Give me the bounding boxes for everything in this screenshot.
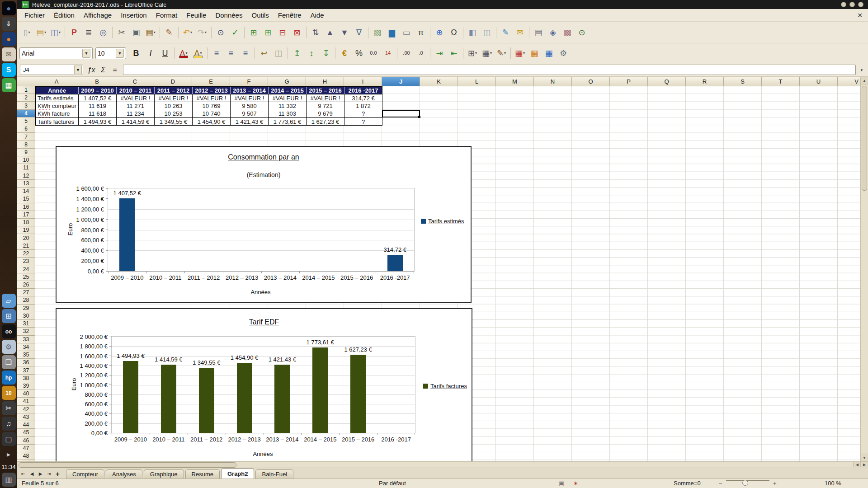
- scroll-down-icon[interactable]: ▼: [861, 454, 868, 461]
- name-box[interactable]: J4 ▼: [20, 65, 83, 75]
- headers-footers-icon[interactable]: ▤: [531, 26, 546, 39]
- format-as-number-icon[interactable]: 0.0: [366, 47, 381, 60]
- column-header-P[interactable]: P: [610, 77, 648, 86]
- window-minimize-button[interactable]: [841, 2, 846, 7]
- sheet-tab-graph2[interactable]: Graph2: [221, 468, 255, 479]
- scissors-icon[interactable]: ✂: [2, 401, 16, 415]
- column-header-T[interactable]: T: [762, 77, 800, 86]
- zoom-out-icon[interactable]: −: [719, 480, 722, 487]
- table-value-cell[interactable]: 1 773,61 €: [269, 118, 307, 126]
- row-header-15[interactable]: 15: [17, 195, 35, 203]
- decrease-indent-icon[interactable]: ⇤: [447, 47, 461, 60]
- row-header-11[interactable]: 11: [17, 164, 35, 172]
- insert-text-box-icon[interactable]: ▭: [399, 26, 414, 39]
- spelling-icon[interactable]: ✓: [228, 26, 242, 39]
- row-label-cell[interactable]: Tarifs factures: [36, 118, 79, 126]
- table-header-cell[interactable]: 2014 – 2015: [269, 87, 307, 94]
- scroll-right-icon[interactable]: ▶: [860, 462, 868, 467]
- split-window-icon[interactable]: ◫: [480, 26, 494, 39]
- table-value-cell[interactable]: 1 421,43 €: [231, 118, 269, 126]
- row-header-44[interactable]: 44: [17, 421, 35, 429]
- row-header-8[interactable]: 8: [17, 141, 35, 149]
- horizontal-scroll-thumb[interactable]: [19, 462, 236, 468]
- insert-formula-object-icon[interactable]: π: [414, 26, 428, 39]
- table-header-cell[interactable]: 2011 – 2012: [155, 87, 193, 94]
- font-color-icon[interactable]: A▾: [176, 47, 191, 60]
- table-value-cell[interactable]: 9 580: [231, 102, 269, 110]
- row-header-26[interactable]: 26: [17, 281, 35, 289]
- column-header-K[interactable]: K: [420, 77, 458, 86]
- panel-arrow-icon[interactable]: ▸: [2, 447, 16, 461]
- table-value-cell[interactable]: #VALEUR !: [307, 94, 344, 102]
- cell-styles-icon[interactable]: ⚙: [556, 47, 571, 60]
- insert-column-icon[interactable]: ⊞: [261, 26, 275, 39]
- row-header-25[interactable]: 25: [17, 273, 35, 281]
- table-value-cell[interactable]: 1 454,90 €: [193, 118, 231, 126]
- row-header-31[interactable]: 31: [17, 320, 35, 328]
- table-value-cell[interactable]: 1 414,59 €: [117, 118, 155, 126]
- row-header-12[interactable]: 12: [17, 172, 35, 180]
- format-as-date-icon[interactable]: 14: [381, 47, 395, 60]
- column-header-M[interactable]: M: [496, 77, 534, 86]
- bar-2012-2013[interactable]: [237, 363, 252, 433]
- bar-2015-2016[interactable]: [350, 355, 366, 433]
- screenshot-tool-icon[interactable]: ⚙: [2, 340, 16, 354]
- row-header-33[interactable]: 33: [17, 336, 35, 343]
- expand-formula-bar-icon[interactable]: ▾: [858, 68, 865, 72]
- menu-fenetre[interactable]: Fenêtre: [274, 10, 306, 20]
- insert-image-icon[interactable]: ▧: [370, 26, 385, 39]
- row-header-36[interactable]: 36: [17, 359, 35, 366]
- scroll-left-icon[interactable]: ◀: [853, 462, 861, 467]
- sheet-tab-bain-fuel[interactable]: Bain-Fuel: [255, 469, 293, 479]
- next-sheet-icon[interactable]: ▶: [37, 470, 44, 478]
- zoom-slider-thumb[interactable]: [742, 480, 748, 486]
- table-value-cell[interactable]: #VALEUR !: [193, 94, 231, 102]
- bar-2013-2014[interactable]: [274, 365, 290, 433]
- hp-icon[interactable]: hp: [2, 371, 16, 385]
- align-left-icon[interactable]: ≡: [209, 47, 224, 60]
- table-header-cell[interactable]: 2015 – 2016: [307, 87, 344, 94]
- trash-icon[interactable]: ▥: [2, 473, 16, 487]
- table-value-cell[interactable]: 11 234: [117, 110, 155, 118]
- font-name-combo[interactable]: Arial ▼: [19, 47, 93, 59]
- menu-insertion[interactable]: Insertion: [116, 10, 151, 20]
- insert-chart-icon[interactable]: ▆: [385, 26, 399, 39]
- column-header-U[interactable]: U: [800, 77, 838, 86]
- row-header-2[interactable]: 2: [17, 94, 35, 102]
- table-value-cell[interactable]: 1 494,93 €: [79, 118, 117, 126]
- sort-ascending-icon[interactable]: ▲: [323, 26, 337, 39]
- table-value-cell[interactable]: 1 407,52 €: [79, 94, 117, 102]
- table-value-cell[interactable]: 11 271: [117, 102, 155, 110]
- bold-icon[interactable]: B: [129, 47, 143, 60]
- copy-icon[interactable]: ▣: [129, 26, 143, 39]
- table-value-cell[interactable]: 9 507: [231, 110, 269, 118]
- function-wizard-icon[interactable]: ƒx: [85, 65, 97, 75]
- table-value-cell[interactable]: 10 263: [155, 102, 193, 110]
- page-style-status[interactable]: Par défaut: [379, 480, 406, 487]
- table-style-blue-icon[interactable]: ▦: [542, 47, 556, 60]
- column-header-G[interactable]: G: [268, 77, 306, 86]
- table-value-cell[interactable]: 9 721: [307, 102, 344, 110]
- row-header-30[interactable]: 30: [17, 312, 35, 320]
- column-header-F[interactable]: F: [230, 77, 268, 86]
- skype-icon[interactable]: S: [2, 63, 16, 77]
- menu-fichier[interactable]: Fichier: [20, 10, 49, 20]
- row-header-14[interactable]: 14: [17, 188, 35, 195]
- row-header-46[interactable]: 46: [17, 437, 35, 445]
- find-replace-icon[interactable]: ⊙: [213, 26, 228, 39]
- folder-icon[interactable]: ▱: [2, 294, 16, 308]
- mail-office-icon[interactable]: ✉: [2, 47, 16, 61]
- open-file-icon[interactable]: ▤▾: [34, 26, 48, 39]
- row-header-28[interactable]: 28: [17, 296, 35, 304]
- horizontal-scrollbar[interactable]: ◀ ▶: [17, 461, 868, 468]
- column-header-R[interactable]: R: [686, 77, 724, 86]
- save-icon[interactable]: ◫▾: [48, 26, 63, 39]
- selected-cell-cursor[interactable]: [382, 110, 420, 117]
- column-header-E[interactable]: E: [192, 77, 230, 86]
- row-header-16[interactable]: 16: [17, 203, 35, 211]
- bar-2011-2012[interactable]: [199, 368, 214, 433]
- table-value-cell[interactable]: 10 740: [193, 110, 231, 118]
- row-header-22[interactable]: 22: [17, 250, 35, 258]
- clipboard-icon[interactable]: ❏: [2, 355, 16, 369]
- row-header-37[interactable]: 37: [17, 366, 35, 374]
